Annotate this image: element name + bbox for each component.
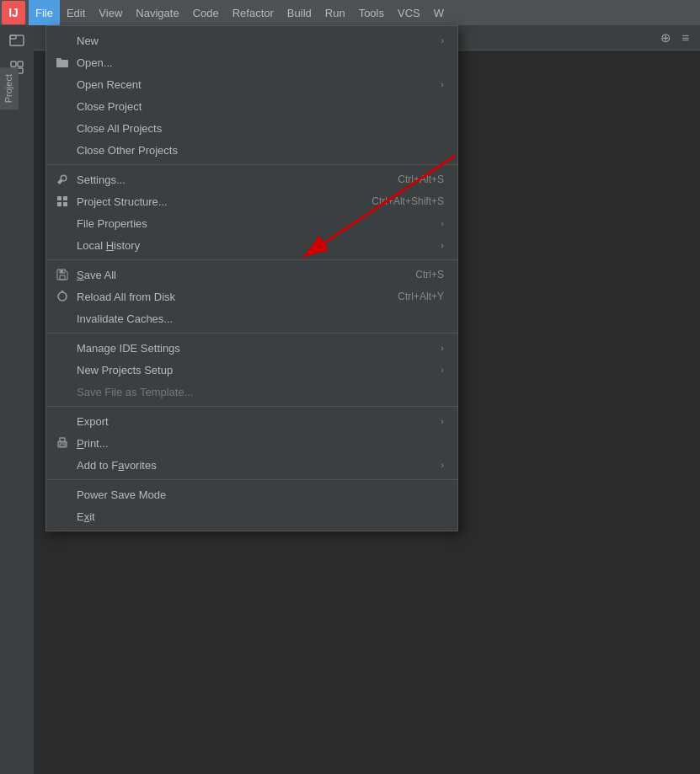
separator-5 (46, 479, 457, 480)
submenu-arrow-new-projects: › (441, 365, 444, 375)
svg-rect-15 (60, 444, 65, 446)
submenu-arrow-icon: › (441, 79, 444, 89)
svg-rect-11 (63, 202, 67, 206)
submenu-arrow-local-history: › (441, 240, 444, 250)
settings-button[interactable]: ≡ (676, 29, 695, 47)
svg-point-16 (65, 442, 67, 444)
separator-2 (46, 259, 457, 260)
separator-3 (46, 333, 457, 334)
menu-w[interactable]: W (427, 0, 451, 25)
add-button[interactable]: ⊕ (656, 29, 675, 47)
folder-icon (55, 55, 70, 70)
menu-file[interactable]: File (29, 0, 60, 25)
menu-item-open[interactable]: Open... (46, 51, 457, 73)
svg-rect-10 (57, 202, 61, 206)
menu-item-manage-ide[interactable]: Manage IDE Settings › (46, 337, 457, 359)
project-tab[interactable]: Project (0, 67, 19, 109)
menu-item-reload[interactable]: Reload All from Disk Ctrl+Alt+Y (46, 286, 457, 307)
menu-item-local-history[interactable]: Local History › (46, 234, 457, 256)
menu-item-project-structure[interactable]: Project Structure... Ctrl+Alt+Shift+S (46, 190, 457, 212)
menu-item-exit[interactable]: Exit (46, 505, 457, 527)
sidebar-left (0, 25, 34, 774)
menu-edit[interactable]: Edit (60, 0, 92, 25)
menu-navigate[interactable]: Navigate (129, 0, 185, 25)
menu-item-power-save-mode[interactable]: Power Save Mode (46, 483, 457, 505)
sidebar-icon-project[interactable] (5, 29, 29, 52)
menu-tools[interactable]: Tools (352, 0, 391, 25)
menu-item-close-all-projects[interactable]: Close All Projects (46, 117, 457, 139)
submenu-arrow-manage-ide: › (441, 343, 444, 353)
wrench-icon (55, 172, 70, 187)
menu-item-print[interactable]: Print... (46, 432, 457, 454)
menu-item-export[interactable]: Export › (46, 410, 457, 432)
printer-icon (55, 435, 70, 451)
save-icon (55, 267, 70, 282)
svg-rect-12 (61, 270, 63, 273)
svg-rect-0 (10, 35, 24, 45)
menu-build[interactable]: Build (281, 0, 318, 25)
menu-refactor[interactable]: Refactor (226, 0, 281, 25)
app-logo: IJ (2, 1, 25, 24)
menu-item-new-projects-setup[interactable]: New Projects Setup › (46, 359, 457, 381)
menubar: IJ File Edit View Navigate Code Refactor… (0, 0, 700, 25)
menu-item-open-recent[interactable]: Open Recent › (46, 73, 457, 95)
arrow-icon: › (441, 35, 444, 45)
menu-item-close-other-projects[interactable]: Close Other Projects (46, 139, 457, 161)
submenu-arrow-export: › (441, 416, 444, 426)
menu-item-settings[interactable]: Settings... Ctrl+Alt+S (46, 168, 457, 190)
menu-item-save-template: Save File as Template... (46, 381, 457, 403)
svg-rect-8 (57, 196, 61, 200)
menu-item-close-project[interactable]: Close Project (46, 95, 457, 117)
grid-icon (55, 194, 70, 209)
svg-rect-3 (18, 61, 23, 67)
svg-rect-2 (11, 61, 16, 67)
menu-view[interactable]: View (92, 0, 129, 25)
menu-vcs[interactable]: VCS (391, 0, 427, 25)
menu-item-invalidate-caches[interactable]: Invalidate Caches... (46, 307, 457, 329)
submenu-arrow-favorites: › (441, 460, 444, 470)
svg-rect-1 (10, 35, 16, 39)
menu-item-save-all[interactable]: Save All Ctrl+S (46, 264, 457, 286)
menu-item-new[interactable]: New › (46, 29, 457, 51)
separator-1 (46, 164, 457, 165)
menu-code[interactable]: Code (186, 0, 226, 25)
menu-run[interactable]: Run (318, 0, 352, 25)
separator-4 (46, 406, 457, 407)
menu-item-add-favorites[interactable]: Add to Favorites › (46, 454, 457, 476)
file-dropdown-menu: New › Open... Open Recent › Close Projec… (45, 25, 458, 531)
svg-rect-9 (63, 196, 67, 200)
reload-icon (55, 289, 70, 304)
submenu-arrow-file-props: › (441, 218, 444, 228)
menu-item-file-properties[interactable]: File Properties › (46, 212, 457, 234)
